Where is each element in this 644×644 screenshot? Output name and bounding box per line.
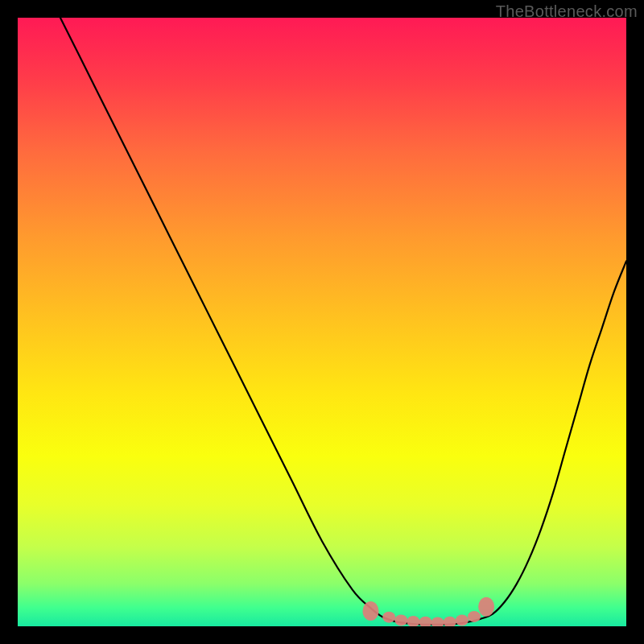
marker-blob: [362, 601, 378, 621]
marker-blob: [444, 617, 456, 626]
plot-area: [18, 18, 626, 626]
watermark-text: TheBottleneck.com: [496, 2, 638, 21]
curve-left: [60, 18, 407, 623]
marker-blob: [478, 597, 494, 617]
marker-blob: [394, 614, 407, 625]
marker-blob: [419, 617, 432, 626]
marker-blob: [456, 614, 469, 625]
curve-layer: [18, 18, 626, 626]
marker-blob: [431, 617, 444, 626]
marker-blob: [468, 611, 481, 622]
marker-blob: [382, 612, 395, 623]
marker-blob: [407, 616, 419, 626]
chart-frame: TheBottleneck.com: [0, 0, 644, 644]
curve-right: [481, 261, 626, 619]
marker-blobs: [362, 597, 494, 626]
